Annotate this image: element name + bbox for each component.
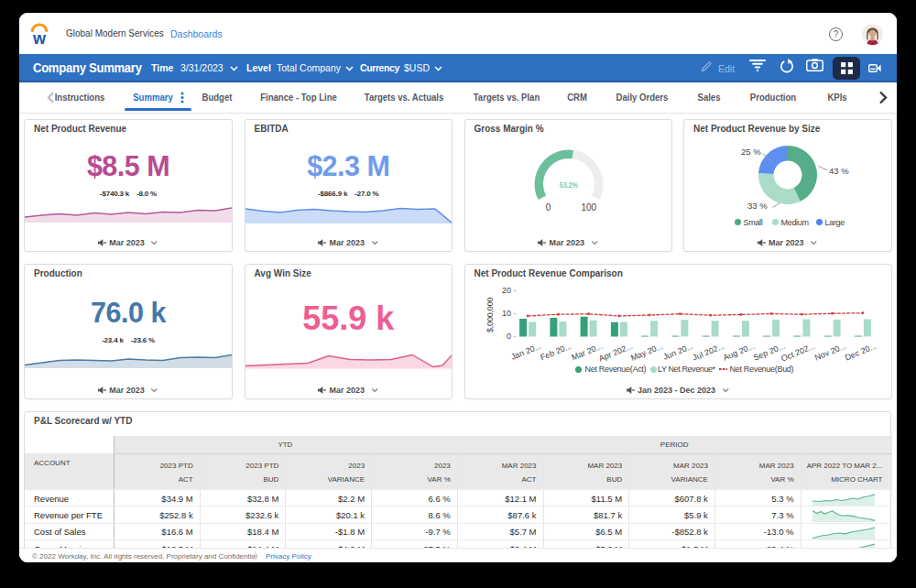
svg-text:w: w — [32, 29, 47, 46]
